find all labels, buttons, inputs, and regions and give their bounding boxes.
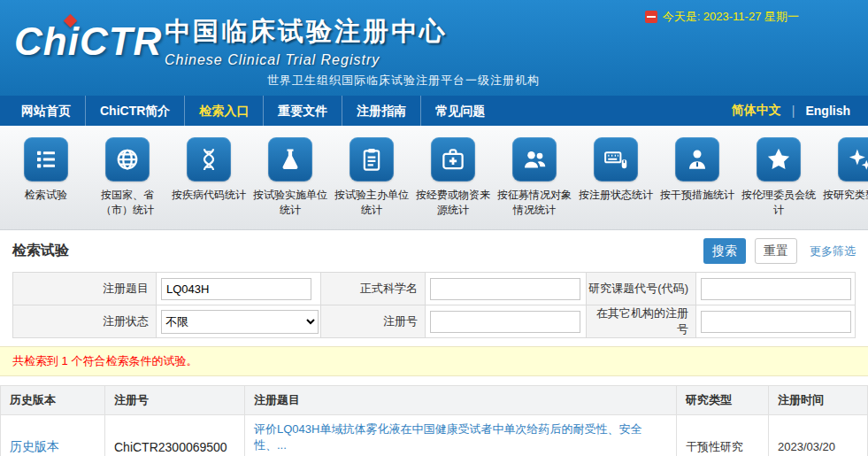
clipboard-icon [350, 137, 394, 182]
other-registration-number-input[interactable] [701, 311, 851, 333]
column-header-reg-number: 注册号 [105, 386, 245, 415]
stat-item-by-registration-status[interactable]: 按注册状态统计 [575, 126, 657, 229]
stat-item-by-funding-source[interactable]: 按经费或物资来源统计 [412, 126, 494, 229]
page-title: 检索试验 [12, 242, 69, 260]
stat-label: 按经费或物资来源统计 [412, 188, 494, 219]
doctor-icon [675, 137, 719, 182]
nav-item-home[interactable]: 网站首页 [7, 96, 85, 126]
stat-item-by-implementing-unit[interactable]: 按试验实施单位统计 [250, 126, 331, 229]
stat-label: 按伦理委员会统计 [738, 188, 819, 219]
nav-item-faq[interactable]: 常见问题 [420, 96, 499, 126]
stat-item-by-intervention[interactable]: 按干预措施统计 [657, 126, 738, 229]
current-date: 今天是: 2023-11-27 星期一 [645, 9, 799, 25]
stat-item-by-ethics-committee[interactable]: 按伦理委员会统计 [738, 126, 819, 229]
table-row: 历史版本 ChiCTR2300069500 评价LQ043H单域抗体雾化液在中国… [1, 415, 868, 456]
stats-toolbar: 检索试验 按国家、省（市）统计 按疾病代码统计 按试验实施单位统计 按试验主办单… [0, 126, 868, 230]
nav-item-about[interactable]: ChiCTR简介 [85, 96, 184, 126]
date-text: 今天是: 2023-11-27 星期一 [663, 9, 799, 25]
stat-item-by-country[interactable]: 按国家、省（市）统计 [87, 126, 168, 229]
results-header-row: 历史版本 注册号 注册题目 研究类型 注册时间 [1, 386, 868, 415]
field-label-registration-number: 注册号 [321, 305, 426, 338]
search-button[interactable]: 搜索 [703, 238, 746, 264]
stat-item-by-disease-code[interactable]: 按疾病代码统计 [168, 126, 250, 229]
search-section-header: 检索试验 搜索 重置 更多筛选 [0, 230, 868, 272]
lang-chinese-link[interactable]: 简体中文 [721, 103, 792, 119]
stat-label: 按试验实施单位统计 [250, 188, 331, 219]
history-version-link[interactable]: 历史版本 [10, 439, 59, 453]
chictr-page: ChiCTR 中国临床试验注册中心 Chinese Clinical Trial… [0, 0, 868, 456]
scientific-name-input[interactable] [430, 278, 580, 300]
keyboard-mouse-icon [594, 137, 638, 182]
project-code-input[interactable] [701, 278, 851, 300]
calendar-icon [645, 11, 657, 23]
site-title-cn: 中国临床试验注册中心 [165, 14, 448, 50]
logo-text: ChiCTR [14, 19, 162, 63]
site-subtitle: 世界卫生组织国际临床试验注册平台一级注册机构 [267, 73, 540, 89]
language-switcher: 简体中文 | English [721, 103, 861, 119]
sparkles-icon [838, 137, 868, 182]
stat-item-by-sponsor-unit[interactable]: 按试验主办单位统计 [331, 126, 412, 229]
registration-title-input[interactable] [161, 278, 311, 300]
lang-english-link[interactable]: English [795, 104, 861, 118]
site-title-en: Chinese Clinical Trial Registry [165, 52, 448, 68]
result-count-message: 共检索到 1 个符合检索条件的试验。 [0, 346, 868, 376]
nav-item-documents[interactable]: 重要文件 [263, 96, 342, 126]
trial-title-link[interactable]: 评价LQ043H单域抗体雾化液在中国健康受试者中单次给药后的耐受性、安全性、..… [254, 421, 667, 453]
reset-button[interactable]: 重置 [755, 238, 797, 264]
stat-label: 检索试验 [5, 188, 87, 203]
people-icon [512, 137, 557, 182]
flask-icon [268, 137, 312, 182]
field-label-project-code: 研究课题代号(代码) [587, 273, 696, 305]
stat-label: 按疾病代码统计 [168, 188, 250, 203]
site-header: ChiCTR 中国临床试验注册中心 Chinese Clinical Trial… [0, 0, 868, 96]
stat-label: 按国家、省（市）统计 [87, 188, 168, 219]
field-label-registration-status: 注册状态 [13, 305, 157, 338]
nav-item-search-entry[interactable]: 检索入口 [184, 96, 263, 126]
registration-number-input[interactable] [430, 311, 580, 333]
results-table: 历史版本 注册号 注册题目 研究类型 注册时间 历史版本 ChiCTR23000… [0, 385, 868, 456]
stat-label: 按征募情况对象情况统计 [494, 188, 575, 219]
column-header-study-type: 研究类型 [677, 386, 769, 415]
field-label-scientific-name: 正式科学名 [321, 273, 426, 305]
stat-label: 按研究类型统计 [819, 188, 868, 203]
site-title-block: 中国临床试验注册中心 Chinese Clinical Trial Regist… [165, 14, 448, 68]
chictr-logo: ChiCTR [14, 19, 162, 64]
stat-item-by-study-type[interactable]: 按研究类型统计 [819, 126, 868, 229]
column-header-history: 历史版本 [1, 386, 105, 415]
dna-icon [187, 137, 231, 182]
registration-status-select[interactable]: 不限 [161, 310, 319, 334]
search-form: 注册题目 正式科学名 研究课题代号(代码) 注册状态 不限 注册号 在其它机构的… [12, 272, 856, 338]
nav-item-guide[interactable]: 注册指南 [342, 96, 420, 126]
numbered-list-icon [24, 137, 68, 182]
field-label-other-registration-number: 在其它机构的注册号 [587, 305, 696, 338]
registration-date-value: 2023/03/20 [769, 415, 868, 456]
stat-label: 按注册状态统计 [575, 188, 657, 203]
globe-icon [105, 137, 150, 182]
stat-item-search-trials[interactable]: 检索试验 [5, 126, 87, 229]
more-filters-link[interactable]: 更多筛选 [810, 243, 856, 259]
column-header-reg-date: 注册时间 [769, 386, 868, 415]
study-type-value: 干预性研究 [677, 415, 769, 456]
stat-label: 按试验主办单位统计 [331, 188, 412, 219]
stat-item-by-recruitment-subjects[interactable]: 按征募情况对象情况统计 [494, 126, 575, 229]
medical-kit-icon [431, 137, 475, 182]
star-icon [757, 137, 801, 182]
main-nav: 网站首页 ChiCTR简介 检索入口 重要文件 注册指南 常见问题 简体中文 |… [0, 96, 868, 126]
registration-number-value: ChiCTR2300069500 [105, 415, 245, 456]
field-label-registration-title: 注册题目 [13, 273, 157, 305]
stat-label: 按干预措施统计 [657, 188, 738, 203]
column-header-title: 注册题目 [245, 386, 677, 415]
